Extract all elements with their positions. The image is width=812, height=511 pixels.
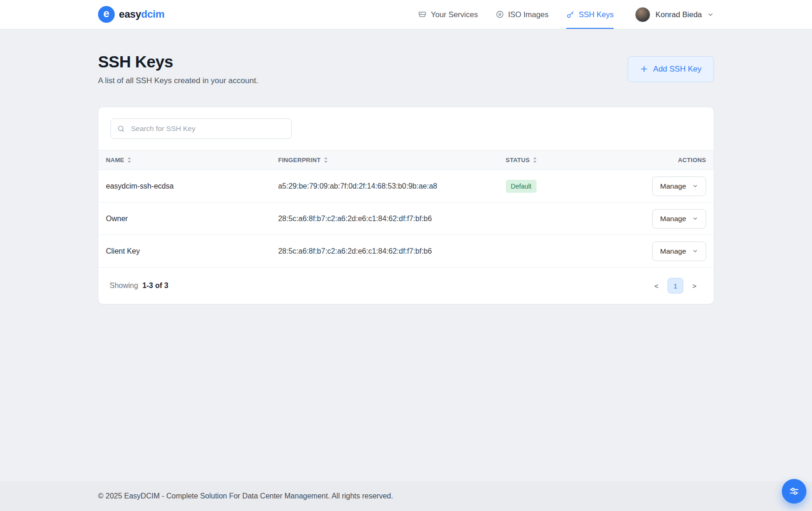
chevron-down-icon bbox=[692, 216, 698, 222]
nav-item-ssh-keys[interactable]: SSH Keys bbox=[566, 0, 614, 29]
pagination: < 1 > bbox=[648, 278, 702, 294]
key-icon bbox=[566, 10, 575, 19]
table-header-row: Name Fingerprint Status Actions bbox=[98, 151, 714, 170]
column-header-status[interactable]: Status bbox=[498, 151, 628, 170]
brand-text-dcim: dcim bbox=[141, 8, 164, 20]
search-icon bbox=[117, 125, 125, 133]
manage-button-label: Manage bbox=[660, 215, 686, 223]
table-row: Owner 28:5c:a6:8f:b7:c2:a6:2d:e6:c1:84:6… bbox=[98, 203, 714, 235]
sort-icon[interactable] bbox=[324, 157, 328, 163]
nav-ssh-keys-label: SSH Keys bbox=[579, 10, 614, 19]
status-cell bbox=[498, 235, 628, 268]
search-box bbox=[111, 118, 292, 139]
column-header-actions-label: Actions bbox=[678, 157, 706, 164]
column-header-name[interactable]: Name bbox=[98, 151, 271, 170]
search-input[interactable] bbox=[111, 118, 292, 139]
nav-your-services-label: Your Services bbox=[431, 10, 478, 19]
ssh-keys-table: Name Fingerprint Status Actions bbox=[98, 150, 714, 268]
nav-item-your-services[interactable]: Your Services bbox=[418, 0, 478, 29]
pagination-next-button[interactable]: > bbox=[687, 278, 702, 294]
brand-text: easydcim bbox=[119, 8, 164, 20]
pagination-prev-button[interactable]: < bbox=[648, 278, 664, 294]
fingerprint-cell: a5:29:be:79:09:ab:7f:0d:2f:14:68:53:b0:9… bbox=[271, 170, 498, 203]
disc-icon bbox=[496, 10, 504, 19]
chevron-down-icon bbox=[707, 11, 714, 18]
showing-summary: Showing 1-3 of 3 bbox=[110, 282, 168, 290]
chevron-down-icon bbox=[692, 248, 698, 254]
top-navbar: e easydcim Your Services ISO Images bbox=[0, 0, 812, 29]
actions-cell: Manage bbox=[628, 203, 714, 235]
brand-logo[interactable]: e easydcim bbox=[98, 6, 164, 23]
plus-icon bbox=[640, 65, 648, 73]
table-row: easydcim-ssh-ecdsa a5:29:be:79:09:ab:7f:… bbox=[98, 170, 714, 203]
name-cell: easydcim-ssh-ecdsa bbox=[98, 170, 271, 203]
sliders-icon bbox=[789, 486, 799, 497]
ssh-keys-card: Name Fingerprint Status Actions bbox=[98, 107, 714, 304]
showing-label: Showing bbox=[110, 282, 138, 290]
primary-nav: Your Services ISO Images SSH Keys bbox=[418, 0, 714, 29]
page-subtitle: A list of all SSH Keys created in your a… bbox=[98, 76, 258, 85]
name-cell: Owner bbox=[98, 203, 271, 235]
fingerprint-cell: 28:5c:a6:8f:b7:c2:a6:2d:e6:c1:84:62:df:f… bbox=[271, 235, 498, 268]
copyright-text: © 2025 EasyDCIM - Complete Solution For … bbox=[98, 492, 393, 500]
status-cell bbox=[498, 203, 628, 235]
sort-icon[interactable] bbox=[533, 157, 537, 163]
manage-button[interactable]: Manage bbox=[652, 209, 706, 229]
pagination-page-1-button[interactable]: 1 bbox=[668, 278, 683, 294]
page: e easydcim Your Services ISO Images bbox=[0, 0, 812, 511]
actions-cell: Manage bbox=[628, 235, 714, 268]
column-header-fingerprint[interactable]: Fingerprint bbox=[271, 151, 498, 170]
fingerprint-cell: 28:5c:a6:8f:b7:c2:a6:2d:e6:c1:84:62:df:f… bbox=[271, 203, 498, 235]
chevron-down-icon bbox=[692, 183, 698, 189]
site-footer: © 2025 EasyDCIM - Complete Solution For … bbox=[0, 481, 812, 511]
content-area: SSH Keys A list of all SSH Keys created … bbox=[0, 29, 812, 481]
manage-button[interactable]: Manage bbox=[652, 177, 706, 196]
avatar bbox=[635, 7, 650, 22]
user-menu[interactable]: Konrad Bieda bbox=[635, 0, 714, 29]
main-content: SSH Keys A list of all SSH Keys created … bbox=[98, 29, 714, 304]
actions-cell: Manage bbox=[628, 170, 714, 203]
easydcim-logo-icon: e bbox=[98, 6, 115, 23]
column-header-actions: Actions bbox=[628, 151, 714, 170]
settings-fab[interactable] bbox=[782, 479, 806, 504]
sort-icon[interactable] bbox=[127, 157, 131, 163]
user-name: Konrad Bieda bbox=[655, 10, 702, 19]
nav-iso-images-label: ISO Images bbox=[508, 10, 549, 19]
status-cell: Default bbox=[498, 170, 628, 203]
name-cell: Client Key bbox=[98, 235, 271, 268]
page-header-text: SSH Keys A list of all SSH Keys created … bbox=[98, 52, 258, 85]
manage-button-label: Manage bbox=[660, 182, 686, 190]
search-row bbox=[98, 107, 714, 150]
column-header-fingerprint-label: Fingerprint bbox=[278, 157, 321, 164]
manage-button-label: Manage bbox=[660, 247, 686, 256]
table-footer: Showing 1-3 of 3 < 1 > bbox=[98, 268, 714, 304]
add-ssh-key-button[interactable]: Add SSH Key bbox=[628, 56, 714, 82]
nav-item-iso-images[interactable]: ISO Images bbox=[496, 0, 549, 29]
add-ssh-key-label: Add SSH Key bbox=[653, 65, 701, 74]
showing-range: 1-3 of 3 bbox=[142, 282, 168, 290]
brand-text-easy: easy bbox=[119, 8, 141, 20]
column-header-name-label: Name bbox=[106, 157, 124, 164]
manage-button[interactable]: Manage bbox=[652, 242, 706, 261]
page-title: SSH Keys bbox=[98, 52, 258, 71]
status-badge: Default bbox=[506, 180, 537, 193]
column-header-status-label: Status bbox=[506, 157, 530, 164]
table-row: Client Key 28:5c:a6:8f:b7:c2:a6:2d:e6:c1… bbox=[98, 235, 714, 268]
server-icon bbox=[418, 10, 426, 19]
page-header: SSH Keys A list of all SSH Keys created … bbox=[98, 52, 714, 85]
